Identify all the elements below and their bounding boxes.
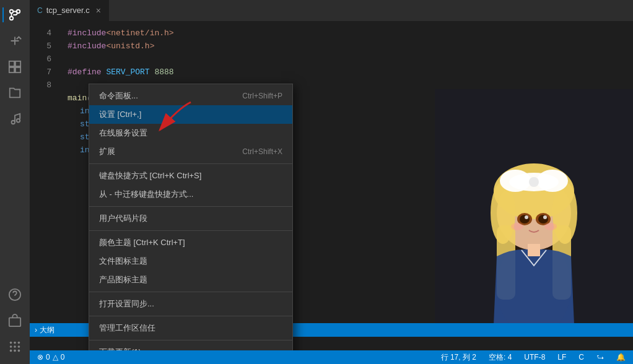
menu-item-label: 管理工作区信任 [99, 323, 282, 334]
svg-point-0 [10, 10, 14, 14]
menu-item-manage-trust[interactable]: 管理工作区信任 [89, 319, 292, 337]
warning-icon: △ [53, 353, 58, 362]
code-line-5: #include<unistd.h> [68, 40, 623, 53]
help-activity-icon[interactable] [2, 282, 27, 307]
feedback-icon: ⮑ [596, 353, 604, 362]
folder-activity-icon[interactable] [2, 80, 27, 105]
outline-item[interactable]: › 大纲 [35, 325, 55, 336]
context-menu: 命令面板... Ctrl+Shift+P 设置 [Ctrl+,] 在线服务设置 … [89, 84, 293, 350]
menu-item-extensions[interactable]: 扩展 Ctrl+Shift+X [89, 142, 292, 161]
tab-close-button[interactable]: × [96, 6, 101, 15]
menu-item-label: 产品图标主题 [99, 274, 282, 285]
status-encoding[interactable]: UTF-8 [522, 350, 548, 364]
menu-item-migrate-shortcuts[interactable]: 从 - 中迁移键盘快捷方式... [89, 185, 292, 204]
menu-item-label: 打开设置同步... [99, 298, 282, 310]
main-area: C tcp_server.c × [30, 0, 633, 364]
status-eol[interactable]: LF [555, 350, 569, 364]
menu-item-color-theme[interactable]: 颜色主题 [Ctrl+K Ctrl+T] [89, 233, 292, 252]
line-col-text: 行 17, 列 2 [441, 352, 476, 363]
svg-rect-5 [9, 67, 14, 72]
svg-rect-3 [9, 61, 14, 66]
status-language[interactable]: C [576, 350, 587, 364]
menu-item-shortcut: Ctrl+Shift+P [242, 92, 282, 100]
svg-point-16 [18, 345, 20, 348]
menu-item-file-icon-theme[interactable]: 文件图标主题 [89, 252, 292, 271]
status-feedback-icon[interactable]: ⮑ [594, 350, 606, 364]
status-spaces[interactable]: 空格: 4 [486, 350, 514, 364]
extensions-activity-icon[interactable] [2, 54, 27, 79]
svg-point-14 [10, 345, 12, 348]
status-bar-left: ⊗ 0 △ 0 [35, 350, 67, 364]
tab-bar: C tcp_server.c × [30, 0, 633, 22]
menu-item-product-icon-theme[interactable]: 产品图标主题 [89, 271, 292, 289]
menu-item-label: 扩展 [99, 146, 242, 157]
bell-icon: 🔔 [616, 353, 626, 362]
menu-item-label: 用户代码片段 [99, 213, 282, 224]
menu-separator-3 [89, 230, 292, 231]
editor-wrapper: 4 5 6 7 8 #include<netinet/in.h> #includ… [30, 22, 633, 350]
activity-bar-bottom [2, 282, 27, 364]
svg-point-13 [18, 342, 20, 344]
menu-item-keyboard-shortcuts[interactable]: 键盘快捷方式 [Ctrl+K Ctrl+S] [89, 167, 292, 185]
line-numbers: 4 5 6 7 8 [30, 22, 58, 350]
menu-item-label: 命令面板... [99, 90, 242, 102]
menu-item-label: 颜色主题 [Ctrl+K Ctrl+T] [99, 237, 282, 248]
menu-separator-2 [89, 206, 292, 207]
tab-tcp-server[interactable]: C tcp_server.c × [30, 0, 109, 21]
menu-item-sync-settings[interactable]: 打开设置同步... [89, 295, 292, 313]
source-control-activity-icon[interactable] [2, 2, 27, 27]
status-notifications-icon[interactable]: 🔔 [614, 350, 628, 364]
git-activity-icon[interactable] [2, 28, 27, 53]
svg-point-8 [17, 119, 20, 123]
error-icon: ⊗ [37, 353, 43, 362]
svg-rect-6 [15, 67, 20, 72]
language-text: C [578, 353, 584, 362]
c-file-icon: C [37, 6, 43, 15]
menu-item-snippets[interactable]: 用户代码片段 [89, 209, 292, 228]
store-activity-icon[interactable] [2, 308, 27, 333]
menu-item-label: 下载更新(1) [99, 347, 282, 350]
svg-point-15 [14, 345, 16, 348]
menu-item-label: 键盘快捷方式 [Ctrl+K Ctrl+S] [99, 170, 282, 181]
svg-point-18 [14, 350, 16, 352]
status-errors-warnings[interactable]: ⊗ 0 △ 0 [35, 350, 67, 364]
menu-item-label: 从 - 中迁移键盘快捷方式... [99, 189, 282, 200]
status-bar: ⊗ 0 △ 0 行 17, 列 2 空格: 4 UTF-8 LF C [30, 350, 633, 364]
status-bar-right: 行 17, 列 2 空格: 4 UTF-8 LF C ⮑ 🔔 [439, 350, 628, 364]
menu-separator-4 [89, 292, 292, 292]
menu-separator-1 [89, 163, 292, 164]
tab-label: tcp_server.c [46, 6, 90, 15]
svg-rect-10 [9, 318, 20, 326]
svg-point-12 [14, 342, 16, 344]
menu-item-label: 设置 [Ctrl+,] [99, 109, 282, 120]
svg-rect-4 [15, 61, 20, 66]
outline-chevron-icon: › [35, 326, 37, 334]
menu-item-label: 文件图标主题 [99, 256, 282, 267]
menu-item-online-settings[interactable]: 在线服务设置 [89, 124, 292, 142]
code-line-6 [68, 53, 623, 66]
code-line-4: #include<netinet/in.h> [68, 27, 623, 40]
menu-item-settings[interactable]: 设置 [Ctrl+,] [89, 105, 292, 124]
activity-bar [0, 0, 30, 364]
music-activity-icon[interactable] [2, 106, 27, 131]
svg-point-17 [10, 350, 12, 352]
outline-label: 大纲 [40, 325, 55, 336]
status-line-col[interactable]: 行 17, 列 2 [439, 350, 479, 364]
svg-point-19 [18, 350, 20, 352]
menu-item-command-palette[interactable]: 命令面板... Ctrl+Shift+P [89, 87, 292, 105]
spaces-text: 空格: 4 [489, 352, 512, 363]
menu-separator-5 [89, 316, 292, 316]
apps-activity-icon[interactable] [2, 334, 27, 359]
eol-text: LF [557, 353, 566, 362]
code-line-7: #define SERV_PORT 8888 [68, 66, 623, 79]
svg-point-1 [10, 17, 14, 20]
encoding-text: UTF-8 [524, 353, 545, 362]
menu-item-shortcut: Ctrl+Shift+X [242, 147, 282, 156]
menu-item-download-update[interactable]: 下载更新(1) [89, 343, 292, 350]
warning-count: 0 [61, 353, 65, 362]
menu-item-label: 在线服务设置 [99, 128, 282, 139]
menu-separator-6 [89, 340, 292, 340]
error-count: 0 [46, 353, 50, 362]
svg-point-11 [10, 342, 12, 344]
